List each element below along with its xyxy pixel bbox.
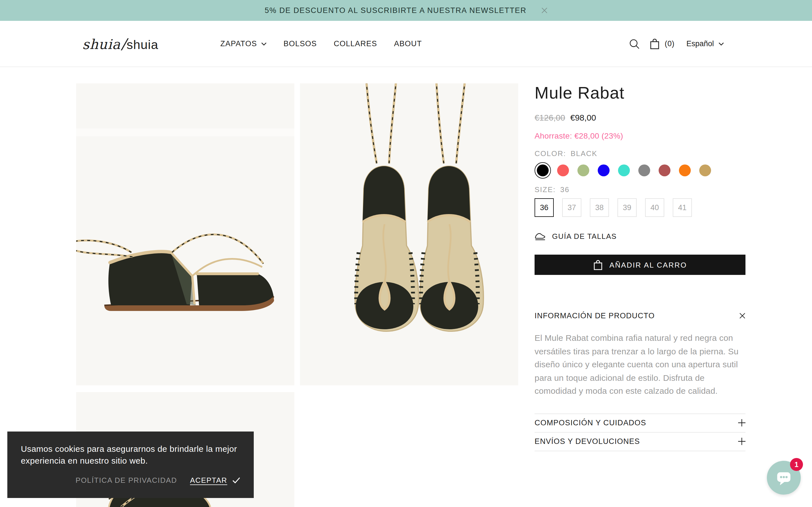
- price-block: €126,00 €98,00: [535, 113, 746, 122]
- plus-icon: [738, 419, 746, 427]
- accept-cookies-button[interactable]: ACEPTAR: [190, 476, 240, 485]
- color-swatch-black[interactable]: [537, 165, 549, 176]
- product-image-top-view[interactable]: [300, 83, 518, 385]
- page: 5% DE DESCUENTO AL SUSCRIBIRTE A NUESTRA…: [0, 0, 812, 507]
- color-swatches: [535, 162, 746, 176]
- size-option-39[interactable]: 39: [617, 198, 637, 217]
- accordion-list: COMPOSICIÓN Y CUIDADOS ENVÍOS Y DEVOLUCI…: [535, 413, 746, 451]
- size-guide-label: GUÍA DE TALLAS: [552, 232, 617, 240]
- header: shuia / shuia ZAPATOS BOLSOS COLLARES AB…: [0, 21, 812, 67]
- logo-part-sans: shuia: [126, 38, 158, 52]
- accept-label: ACEPTAR: [190, 476, 227, 485]
- shopping-bag-icon: [593, 260, 603, 270]
- language-label: Español: [686, 40, 714, 48]
- shoe-top-view-illustration: [300, 83, 518, 385]
- size-selected-value: 36: [560, 185, 569, 194]
- nav-item-zapatos[interactable]: ZAPATOS: [220, 40, 267, 48]
- cart-button[interactable]: (0): [650, 38, 675, 49]
- shopping-bag-icon: [650, 38, 660, 49]
- savings-text: Ahorraste: €28,00 (23%): [535, 131, 746, 140]
- color-swatch-turquoise[interactable]: [618, 165, 630, 176]
- logo-part-serif: shuia: [82, 36, 120, 52]
- privacy-policy-link[interactable]: POLÍTICA DE PRIVACIDAD: [75, 476, 177, 485]
- color-selected-value: BLACK: [571, 149, 598, 158]
- chat-bubble-icon: [775, 469, 793, 487]
- color-swatch-coral[interactable]: [557, 165, 569, 176]
- language-selector[interactable]: Español: [686, 40, 724, 48]
- nav-label: ZAPATOS: [220, 40, 257, 48]
- accordion-envios[interactable]: ENVÍOS Y DEVOLUCIONES: [535, 432, 746, 451]
- nav-item-collares[interactable]: COLLARES: [334, 40, 377, 48]
- promo-banner-text: 5% DE DESCUENTO AL SUSCRIBIRTE A NUESTRA…: [265, 6, 527, 15]
- color-swatch-sage[interactable]: [577, 165, 589, 176]
- color-swatch-blue[interactable]: [598, 165, 610, 176]
- chat-widget-button[interactable]: 1: [767, 461, 801, 495]
- current-price: €98,00: [570, 113, 596, 122]
- color-swatch-gray[interactable]: [638, 165, 650, 176]
- size-option-37[interactable]: 37: [562, 198, 581, 217]
- size-option-36[interactable]: 36: [535, 198, 554, 217]
- check-icon: [232, 477, 240, 483]
- accordion-info-header[interactable]: INFORMACIÓN DE PRODUCTO: [535, 312, 746, 320]
- color-label: COLOR:: [535, 149, 566, 158]
- add-to-cart-label: AÑADIR AL CARRO: [610, 261, 687, 269]
- size-guide-icon: [535, 232, 546, 240]
- chat-unread-badge: 1: [790, 458, 803, 471]
- product-panel: Mule Rabat €126,00 €98,00 Ahorraste: €28…: [535, 83, 746, 451]
- cookie-actions: POLÍTICA DE PRIVACIDAD ACEPTAR: [21, 476, 240, 485]
- product-description: El Mule Rabat combina rafia natural y re…: [535, 331, 746, 397]
- brand-logo[interactable]: shuia / shuia: [82, 35, 158, 52]
- cart-count: (0): [665, 40, 675, 48]
- color-swatch-camel[interactable]: [699, 165, 711, 176]
- main-nav: ZAPATOS BOLSOS COLLARES ABOUT: [220, 40, 422, 48]
- nav-item-bolsos[interactable]: BOLSOS: [284, 40, 317, 48]
- product-image-side-view[interactable]: [76, 83, 294, 385]
- nav-item-about[interactable]: ABOUT: [394, 40, 422, 48]
- accordion-title: ENVÍOS Y DEVOLUCIONES: [535, 437, 640, 446]
- header-actions: (0) Español: [629, 38, 724, 49]
- accordion-title: COMPOSICIÓN Y CUIDADOS: [535, 418, 646, 427]
- size-option-41[interactable]: 41: [673, 198, 692, 217]
- accordion-composicion[interactable]: COMPOSICIÓN Y CUIDADOS: [535, 414, 746, 432]
- product-title: Mule Rabat: [535, 83, 746, 103]
- cookie-message: Usamos cookies para asegurarnos de brind…: [21, 443, 240, 466]
- accordion-info-title: INFORMACIÓN DE PRODUCTO: [535, 312, 655, 320]
- old-price: €126,00: [535, 113, 565, 122]
- chevron-down-icon: [261, 42, 267, 45]
- size-guide-link[interactable]: GUÍA DE TALLAS: [535, 232, 746, 240]
- size-label-row: SIZE: 36: [535, 185, 746, 194]
- add-to-cart-button[interactable]: AÑADIR AL CARRO: [535, 255, 746, 275]
- promo-close-icon[interactable]: [541, 7, 547, 13]
- size-options: 36 37 38 39 40 41: [535, 198, 746, 217]
- chevron-down-icon: [718, 42, 724, 45]
- promo-banner: 5% DE DESCUENTO AL SUSCRIBIRTE A NUESTRA…: [0, 0, 812, 21]
- size-option-40[interactable]: 40: [645, 198, 664, 217]
- nav-label: COLLARES: [334, 40, 377, 48]
- cookie-banner: Usamos cookies para asegurarnos de brind…: [7, 432, 254, 498]
- color-swatch-brick[interactable]: [659, 165, 670, 176]
- logo-slash: /: [121, 35, 126, 52]
- shoe-side-view-illustration: [76, 83, 294, 385]
- nav-label: BOLSOS: [284, 40, 317, 48]
- color-swatch-orange[interactable]: [679, 165, 691, 176]
- search-icon[interactable]: [629, 38, 640, 49]
- plus-icon: [738, 438, 746, 445]
- nav-label: ABOUT: [394, 40, 422, 48]
- size-option-38[interactable]: 38: [590, 198, 609, 217]
- collapse-icon[interactable]: [739, 313, 746, 319]
- color-label-row: COLOR: BLACK: [535, 149, 746, 158]
- size-label: SIZE:: [535, 185, 556, 194]
